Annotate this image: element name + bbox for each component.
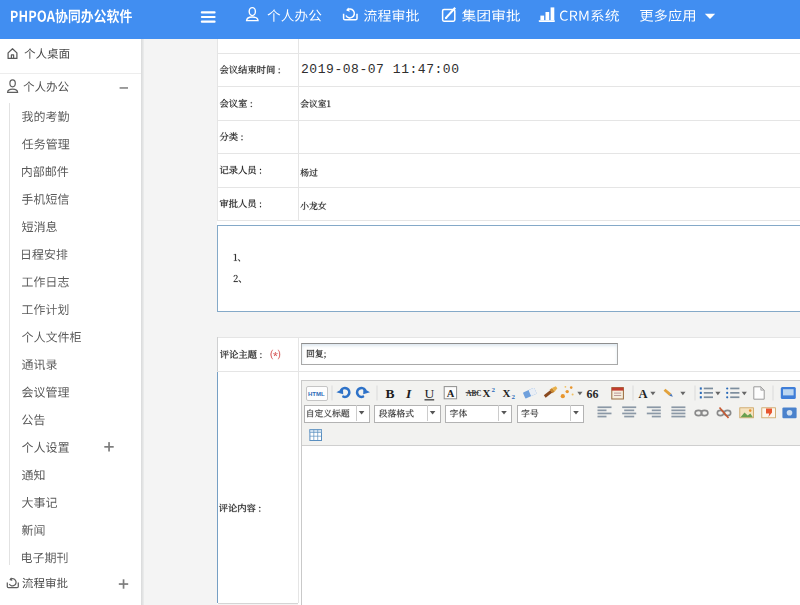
svg-text:X: X	[483, 387, 491, 399]
svg-text:U: U	[425, 386, 435, 401]
svg-text:66: 66	[587, 387, 599, 401]
svg-text:2: 2	[512, 393, 516, 401]
svg-text:X: X	[503, 387, 511, 399]
svg-text:ABC: ABC	[466, 390, 481, 398]
svg-text:HTML: HTML	[308, 391, 325, 397]
svg-text:A: A	[639, 387, 648, 401]
svg-text:2019-08-07 11:47:00: 2019-08-07 11:47:00	[301, 62, 459, 77]
svg-text:I: I	[405, 386, 412, 401]
svg-text:A: A	[447, 388, 455, 399]
svg-text:2: 2	[492, 386, 496, 394]
svg-text:B: B	[386, 386, 395, 401]
